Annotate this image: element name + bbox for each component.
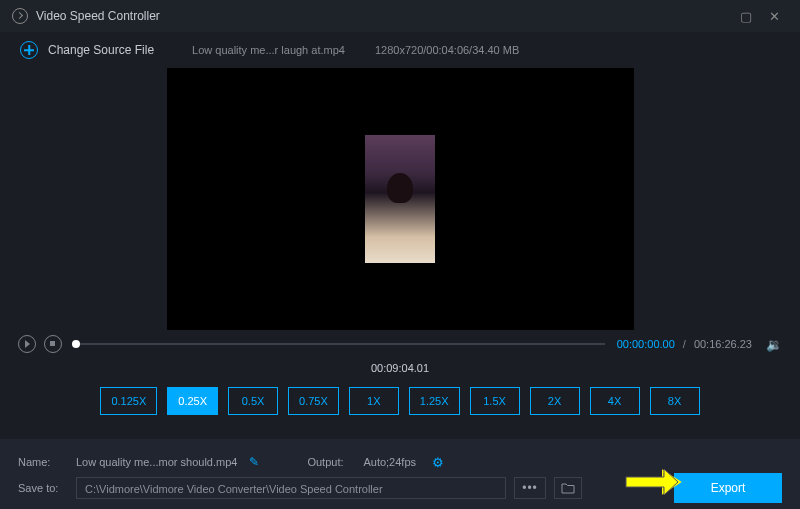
speed-0.125x[interactable]: 0.125X [100,387,157,415]
add-icon[interactable] [20,41,38,59]
speed-0.25x[interactable]: 0.25X [167,387,218,415]
save-path-field[interactable]: C:\Vidmore\Vidmore Video Converter\Video… [76,477,506,499]
close-button[interactable]: ✕ [760,9,788,24]
edit-name-icon[interactable]: ✎ [249,455,259,469]
stop-button[interactable] [44,335,62,353]
speed-options: 0.125X0.25X0.5X0.75X1X1.25X1.5X2X4X8X [0,380,800,422]
window-title: Video Speed Controller [36,9,160,23]
seek-slider[interactable] [74,343,605,345]
change-source-button[interactable]: Change Source File [48,43,154,57]
title-bar: Video Speed Controller ▢ ✕ [0,0,800,32]
export-button[interactable]: Export [674,473,782,503]
output-duration: 00:09:04.01 [0,358,800,380]
source-meta: 1280x720/00:04:06/34.40 MB [375,44,519,56]
playback-controls: 00:00:00.00/00:16:26.23 🔉 [0,330,800,358]
time-total: 00:16:26.23 [694,338,752,350]
speed-1.25x[interactable]: 1.25X [409,387,460,415]
open-folder-button[interactable] [554,477,582,499]
time-separator: / [683,338,686,350]
maximize-button[interactable]: ▢ [732,9,760,24]
video-frame [365,135,435,263]
speed-4x[interactable]: 4X [590,387,640,415]
video-preview[interactable] [167,68,634,330]
saveto-label: Save to: [18,482,68,494]
speed-1x[interactable]: 1X [349,387,399,415]
settings-icon[interactable]: ⚙ [432,455,444,470]
volume-icon[interactable]: 🔉 [766,337,782,352]
seek-handle[interactable] [72,340,80,348]
speed-0.5x[interactable]: 0.5X [228,387,278,415]
preview-area [0,68,800,330]
play-button[interactable] [18,335,36,353]
output-name: Low quality me...mor should.mp4 [76,456,237,468]
folder-icon [561,482,575,494]
output-label: Output: [307,456,355,468]
speed-1.5x[interactable]: 1.5X [470,387,520,415]
browse-button[interactable]: ••• [514,477,546,499]
source-filename: Low quality me...r laugh at.mp4 [192,44,345,56]
speed-2x[interactable]: 2X [530,387,580,415]
speed-8x[interactable]: 8X [650,387,700,415]
speed-0.75x[interactable]: 0.75X [288,387,339,415]
bottom-panel: Name: Low quality me...mor should.mp4 ✎ … [0,439,800,509]
name-label: Name: [18,456,68,468]
time-current: 00:00:00.00 [617,338,675,350]
output-format: Auto;24fps [363,456,416,468]
source-row: Change Source File Low quality me...r la… [0,32,800,68]
app-logo-icon [12,8,28,24]
